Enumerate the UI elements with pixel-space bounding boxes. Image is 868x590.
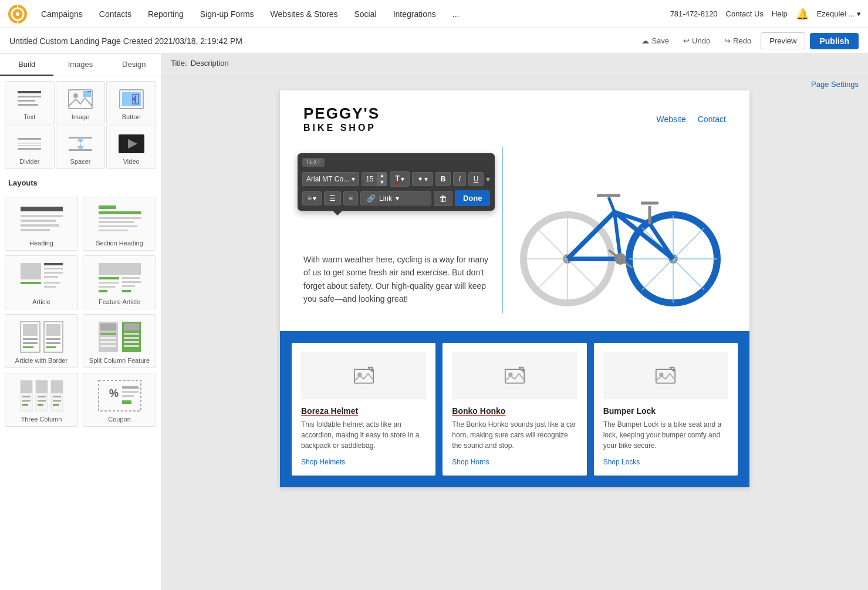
svg-rect-7 [18,100,35,102]
page-title: Untitled Custom Landing Page Created 202… [9,36,630,46]
element-image[interactable]: Image [56,81,106,124]
italic-button[interactable]: I [453,172,465,186]
font-size-input[interactable]: 15 [362,173,377,186]
layout-article-border[interactable]: Article with Border [5,314,78,368]
second-bar-actions: ☁ Save ↩ Undo ↪ Redo Preview Publish [637,32,859,49]
element-spacer[interactable]: Spacer [56,126,106,169]
font-size-up[interactable]: ▲ [377,173,387,179]
logo[interactable] [7,4,28,25]
canvas-header: PEGGY'S BIKE SHOP Website Contact [280,90,749,147]
tab-images[interactable]: Images [53,54,107,76]
preview-button[interactable]: Preview [761,32,805,49]
svg-rect-91 [53,396,61,397]
nav-websites[interactable]: Websites & Stores [262,0,346,28]
toolbar-label: TEXT [302,158,325,167]
canvas: PEGGY'S BIKE SHOP Website Contact TEXT [280,90,749,487]
content-area: Title: Description Page Settings PEGGY'S… [161,54,868,590]
bold-button[interactable]: B [435,172,451,186]
svg-line-123 [614,212,620,259]
layout-heading[interactable]: Heading [5,197,78,251]
canvas-hero: TEXT Arial MT Co... ▾ 15 ▲ [280,147,749,331]
feature-title-1: Boreza Helmet [301,406,426,416]
left-panel: Build Images Design Text [0,54,161,590]
link-button[interactable]: 🔗 Link ▾ [360,191,431,205]
feature-link-2[interactable]: Shop Horns [452,458,489,466]
layout-coupon[interactable]: % Coupon [83,373,156,427]
layout-feature-article[interactable]: Feature Article [83,255,156,309]
header-website-link[interactable]: Website [656,114,685,124]
second-bar: Untitled Custom Landing Page Created 202… [0,28,868,54]
underline-button[interactable]: U [468,172,484,186]
nav-contacts[interactable]: Contacts [91,0,140,28]
layout-section-heading[interactable]: Section Heading [83,197,156,251]
nav-more[interactable]: ... [444,0,468,28]
save-button[interactable]: ☁ Save [637,34,674,48]
main-layout: Build Images Design Text [0,54,868,590]
svg-rect-35 [99,211,141,214]
font-size-down[interactable]: ▼ [377,179,387,186]
element-video[interactable]: Video [106,126,156,169]
header-contact-link[interactable]: Contact [698,114,726,124]
svg-rect-31 [21,220,56,222]
nav-integrations[interactable]: Integrations [385,0,444,28]
toolbar-row2: ≡ ▾ ☰ ≡ 🔗 [302,190,490,206]
image-icon [66,87,94,111]
redo-button[interactable]: ↪ Redo [720,34,756,48]
nav-bell-icon[interactable]: 🔔 [796,8,809,21]
svg-rect-80 [21,380,32,393]
publish-button[interactable]: Publish [810,33,859,49]
svg-rect-20 [18,148,41,150]
feature-link-1[interactable]: Shop Helmets [301,458,345,466]
element-text[interactable]: Text [5,81,55,124]
svg-rect-71 [100,341,116,343]
svg-rect-8 [18,104,38,106]
svg-line-124 [609,197,614,212]
svg-rect-6 [18,96,41,97]
font-select[interactable]: Arial MT Co... ▾ [302,172,359,186]
svg-rect-51 [122,281,141,283]
svg-rect-82 [22,400,31,402]
svg-rect-49 [99,277,119,279]
layout-three-column[interactable]: Three Column [5,373,78,427]
tab-design[interactable]: Design [107,54,161,76]
svg-rect-97 [122,391,139,393]
hero-image [503,147,726,313]
page-settings-link[interactable]: Page Settings [811,80,859,89]
tab-build[interactable]: Build [0,54,53,76]
element-button[interactable]: Button [106,81,156,124]
nav-contact-link[interactable]: Contact Us [726,9,764,18]
list-btn[interactable]: ☰ [324,191,341,205]
svg-rect-96 [122,386,139,389]
feature-card-3: Bumper Lock The Bumper Lock is a bike se… [594,343,738,476]
svg-rect-48 [99,263,141,275]
svg-rect-45 [44,276,58,278]
align-btn[interactable]: ≡ ▾ [302,191,322,205]
nav-user-menu[interactable]: Ezequiel ... ▾ [817,9,861,18]
done-button[interactable]: Done [455,190,491,206]
ordered-list-btn[interactable]: ≡ [343,191,358,205]
feature-link-3[interactable]: Shop Locks [603,458,640,466]
nav-signupforms[interactable]: Sign-up Forms [192,0,262,28]
layout-article[interactable]: Article [5,255,78,309]
feature-description-2: The Bonko Honko sounds just like a car h… [452,419,577,451]
text-color-btn[interactable]: T ▾ [390,171,409,187]
nav-social[interactable]: Social [346,0,385,28]
svg-point-10 [73,93,78,98]
svg-rect-36 [99,217,141,219]
delete-button[interactable]: 🗑 [434,191,452,206]
nav-campaigns[interactable]: Campaigns [33,0,91,28]
text-toolbar-wrapper: TEXT Arial MT Co... ▾ 15 ▲ [298,153,495,215]
nav-reporting[interactable]: Reporting [140,0,192,28]
svg-rect-69 [100,333,116,335]
svg-rect-99 [122,400,131,404]
svg-rect-52 [99,282,119,284]
feature-title-3: Bumper Lock [603,406,728,416]
hero-paragraph: With warm weather here, cycling is a way… [303,253,491,306]
undo-button[interactable]: ↩ Undo [678,34,715,48]
nav-help-link[interactable]: Help [772,9,788,18]
layout-split-column[interactable]: Split Column Feature [83,314,156,368]
element-divider[interactable]: Divider [5,126,55,169]
text-effects-btn[interactable]: ✦ ▾ [412,172,433,186]
svg-rect-76 [124,337,139,339]
chevron-down-icon: ▾ [313,194,316,203]
